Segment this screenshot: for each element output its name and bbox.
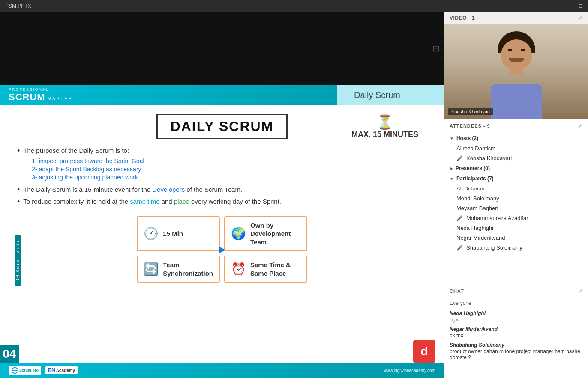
mic-muted-icon-2: 🎤 [456, 245, 463, 251]
attendees-title: ATTENDEES - 9 [450, 123, 490, 128]
video-person [444, 24, 588, 119]
presenters-group-label: Presenters (0) [456, 165, 490, 171]
d-badge: d [413, 340, 435, 363]
place-highlight: place [174, 198, 189, 205]
slide-title: Daily Scrum [354, 90, 400, 100]
participants-group-header[interactable]: Participants (7) [444, 173, 588, 184]
chat-text-negar: ok tnx [450, 333, 583, 339]
attendee-ali: Ali Delavari [444, 184, 588, 193]
purpose-text: The purpose of the Daily Scrum is to: [23, 147, 129, 154]
max-time-badge: ⏳ MAX. 15 MINUTES [351, 114, 418, 139]
slide-wrapper: PROFESSIONAL SCRUM MASTER Daily Scrum [0, 85, 444, 378]
slide-footer: 🌐 Scrum.org EN Academy www.digiwiseacade… [0, 363, 444, 378]
attendee-shabahang: 🎤 Shabahang Soleimany [444, 243, 588, 253]
attendees-section: ATTENDEES - 9 ⤢ Hosts (2) Alireza Dantis… [444, 119, 588, 284]
hosts-list: Alireza Dantism 🎤 Koosha Khodayari [444, 143, 588, 163]
card-time-text: 15 Min [163, 229, 183, 238]
bullet-item-developers: • The Daily Scrum is a 15-minute event f… [17, 185, 427, 195]
sub-bullet-3: 3- adjusting the upcoming planned work. [32, 174, 144, 181]
video-header: VIDEO - 1 ⤢ [444, 12, 588, 24]
line2-prefix: The Daily Scrum is a 15-minute event for… [23, 186, 152, 193]
top-bar: PSM.PPTX ⊡ [0, 0, 588, 12]
attendees-expand-button[interactable]: ⤢ [578, 122, 583, 129]
chat-to-label: Everyone [444, 298, 588, 308]
neda-name: Neda Haghighi [456, 225, 493, 231]
hosts-arrow-icon [450, 136, 454, 141]
card-sync-text: TeamSynchronization [163, 261, 213, 277]
chat-text-neda: فردا [450, 317, 583, 323]
chat-section: CHAT ⤢ Everyone Neda Haghighi فردا Negar… [444, 284, 588, 378]
side-label: 04 Scrum Events [15, 235, 21, 286]
black-top-area: ⊡ [0, 12, 444, 85]
chat-sender-shabahang: Shabahang Soleimany [450, 342, 583, 348]
right-panel: VIDEO - 1 ⤢ Koosha Khodayari [444, 12, 588, 378]
chat-messages: Neda Haghighi فردا Negar Mirderikvand ok… [444, 308, 588, 378]
person-face [501, 39, 532, 69]
main-area: ⊡ PROFESSIONAL SCRUM MASTER Daily Scrum [0, 12, 588, 378]
chat-msg-shabahang: Shabahang Soleimany product owner gahan … [450, 342, 583, 360]
chat-sender-neda: Neda Haghighi [450, 310, 583, 316]
card-same-time-text: Same Time &Same Place [250, 261, 291, 277]
arrow-icon: ▶ [219, 244, 225, 254]
bullet-item-time-place: • To reduce complexity, it is held at th… [17, 197, 427, 207]
person-shirt [491, 84, 542, 119]
alireza-name: Alireza Dantism [456, 145, 495, 152]
filename-label: PSM.PPTX [5, 3, 31, 9]
hourglass-icon: ⏳ [351, 114, 418, 130]
chat-header: CHAT ⤢ [444, 284, 588, 298]
mic-speaking-icon: 🎤 [456, 155, 463, 161]
slide-logo: PROFESSIONAL SCRUM MASTER [9, 87, 73, 103]
video-thumbnail: Koosha Khodayari [444, 24, 588, 119]
mehdi-name: Mehdi Soleimany [456, 195, 499, 202]
hosts-group-header[interactable]: Hosts (2) [444, 133, 588, 143]
chat-sender-negar: Negar Mirderikvand [450, 326, 583, 332]
attendee-alireza: Alireza Dantism [444, 143, 588, 153]
person-neck [510, 66, 523, 75]
shabahang-name: Shabahang Soleimany [466, 244, 522, 251]
attendee-meysam: Meysam Bagheri [444, 203, 588, 213]
line3-middle: and [160, 198, 174, 205]
participants-group-label: Participants (7) [456, 176, 494, 182]
koosha-name: Koosha Khodayari [466, 155, 512, 161]
globe-icon: 🌍 [231, 226, 246, 241]
logo-master: MASTER [48, 96, 73, 101]
clock-icon: 🕐 [144, 226, 159, 241]
info-card-sync: 🔄 TeamSynchronization [137, 256, 220, 283]
chat-expand-button[interactable]: ⤢ [578, 288, 583, 295]
footer-url: www.digiwiseacademy.com [384, 368, 435, 373]
slide-number: 04 [0, 345, 19, 363]
info-card-time: 🕐 15 Min [137, 216, 220, 252]
sub-bullet-2: 2- adapt the Sprint Backlog as necessary [32, 166, 144, 173]
developers-text: The Daily Scrum is a 15-minute event for… [23, 185, 242, 195]
sync-icon: 🔄 [144, 262, 159, 276]
presenters-group-header[interactable]: Presenters (0) [444, 163, 588, 173]
meysam-name: Meysam Bagheri [456, 205, 498, 211]
chat-msg-neda: Neda Haghighi فردا [450, 310, 583, 323]
attendee-negar: Negar Mirderikvand [444, 233, 588, 243]
presenters-arrow-icon [450, 166, 453, 171]
max-time-text: MAX. 15 MINUTES [351, 130, 418, 139]
presenter-name-label: Koosha Khodayari [448, 108, 493, 115]
video-title: VIDEO - 1 [450, 15, 475, 21]
attendee-koosha: 🎤 Koosha Khodayari [444, 153, 588, 163]
logo-professional: PROFESSIONAL [9, 87, 73, 92]
mic-muted-icon-1: 🎤 [456, 215, 463, 221]
chat-title: CHAT [450, 289, 464, 294]
sub-bullet-1: 1- inspect progress toward the Sprint Go… [32, 158, 144, 164]
developers-highlight: Developers [152, 186, 185, 193]
line3-suffix: every working day of the Sprint. [189, 198, 281, 205]
attendees-header: ATTENDEES - 9 ⤢ [444, 119, 588, 133]
hosts-group-label: Hosts (2) [456, 135, 478, 141]
presentation-area: ⊡ PROFESSIONAL SCRUM MASTER Daily Scrum [0, 12, 444, 378]
video-section: VIDEO - 1 ⤢ Koosha Khodayari [444, 12, 588, 119]
line3-prefix: To reduce complexity, it is held at the [23, 198, 130, 205]
scrum-org-text: Scrum.org [19, 368, 39, 372]
bullet-item-purpose: • The purpose of the Daily Scrum is to: … [17, 146, 427, 182]
slide-inner: DAILY SCRUM ⏳ MAX. 15 MINUTES • The purp… [0, 105, 444, 378]
card-own-text: Own byDevelopmentTeam [250, 221, 291, 247]
video-expand-button[interactable]: ⤢ [578, 15, 583, 21]
chat-msg-negar: Negar Mirderikvand ok tnx [450, 326, 583, 339]
chat-text-shabahang: product owner gahan mitone project manag… [450, 348, 583, 360]
time-place-text: To reduce complexity, it is held at the … [23, 197, 281, 207]
attendee-mohammadreza: 🎤 Mohammadreza Azadifar [444, 213, 588, 223]
